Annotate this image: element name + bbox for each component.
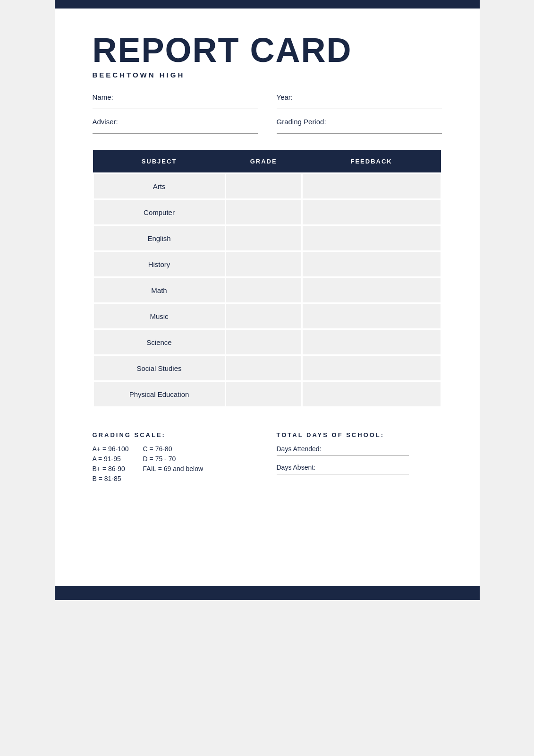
days-absent: Days Absent: (277, 464, 409, 474)
cell-grade (225, 173, 302, 199)
table-row: Music (93, 303, 441, 329)
table-row: Social Studies (93, 355, 441, 381)
cell-feedback (302, 329, 441, 355)
adviser-label: Adviser: (93, 118, 258, 126)
total-days-section: TOTAL DAYS OF SCHOOL: Days Attended: Day… (277, 431, 442, 482)
table-row: Math (93, 277, 441, 303)
grading-scale-title: GRADING SCALE: (93, 431, 258, 438)
cell-feedback (302, 355, 441, 381)
days-attended: Days Attended: (277, 445, 409, 456)
cell-feedback (302, 173, 441, 199)
cell-feedback (302, 381, 441, 407)
table-row: Physical Education (93, 381, 441, 407)
table-row: Computer (93, 199, 441, 225)
year-line (277, 109, 442, 109)
total-days-title: TOTAL DAYS OF SCHOOL: (277, 431, 442, 438)
name-field: Name: (93, 93, 258, 109)
scale-left-col: A+ = 96-100A = 91-95B+ = 86-90B = 81-85 (93, 445, 129, 482)
cell-subject: History (93, 251, 225, 277)
cell-subject: Music (93, 303, 225, 329)
footer-section: GRADING SCALE: A+ = 96-100A = 91-95B+ = … (93, 431, 442, 482)
col-header-feedback: FEEDBACK (302, 150, 441, 173)
name-label: Name: (93, 93, 258, 101)
cell-grade (225, 303, 302, 329)
cell-grade (225, 199, 302, 225)
top-bar (55, 0, 480, 9)
scale-item: D = 75 - 70 (143, 455, 203, 463)
cell-grade (225, 381, 302, 407)
cell-subject: Physical Education (93, 381, 225, 407)
cell-feedback (302, 303, 441, 329)
table-row: Arts (93, 173, 441, 199)
cell-grade (225, 251, 302, 277)
cell-grade (225, 225, 302, 251)
form-row-name-year: Name: Year: (93, 93, 442, 109)
cell-subject: English (93, 225, 225, 251)
grading-scale-section: GRADING SCALE: A+ = 96-100A = 91-95B+ = … (93, 431, 258, 482)
scale-item: A = 91-95 (93, 455, 129, 463)
report-card-page: REPORT CARD BEECHTOWN HIGH Name: Year: A… (55, 0, 480, 600)
cell-grade (225, 355, 302, 381)
table-row: History (93, 251, 441, 277)
scale-item: FAIL = 69 and below (143, 465, 203, 472)
cell-subject: Science (93, 329, 225, 355)
form-row-adviser-grading: Adviser: Grading Period: (93, 118, 442, 134)
cell-feedback (302, 225, 441, 251)
grading-period-field: Grading Period: (277, 118, 442, 134)
cell-feedback (302, 277, 441, 303)
form-section: Name: Year: Adviser: Grading Period: (93, 93, 442, 134)
name-line (93, 109, 258, 109)
cell-feedback (302, 199, 441, 225)
year-field: Year: (277, 93, 442, 109)
cell-grade (225, 329, 302, 355)
adviser-field: Adviser: (93, 118, 258, 134)
scale-right-col: C = 76-80D = 75 - 70FAIL = 69 and below (143, 445, 203, 482)
report-title: REPORT CARD (93, 33, 442, 67)
grading-scale-grid: A+ = 96-100A = 91-95B+ = 86-90B = 81-85 … (93, 445, 258, 482)
scale-item: C = 76-80 (143, 445, 203, 453)
grading-period-label: Grading Period: (277, 118, 442, 126)
cell-subject: Social Studies (93, 355, 225, 381)
cell-grade (225, 277, 302, 303)
table-row: Science (93, 329, 441, 355)
table-row: English (93, 225, 441, 251)
cell-subject: Arts (93, 173, 225, 199)
grades-table: SUBJECT GRADE FEEDBACK ArtsComputerEngli… (93, 150, 442, 408)
cell-subject: Math (93, 277, 225, 303)
days-fields: Days Attended: Days Absent: (277, 445, 442, 474)
cell-feedback (302, 251, 441, 277)
bottom-bar (55, 586, 480, 600)
adviser-line (93, 133, 258, 134)
table-header-row: SUBJECT GRADE FEEDBACK (93, 150, 441, 173)
scale-item: B = 81-85 (93, 475, 129, 482)
col-header-subject: SUBJECT (93, 150, 225, 173)
scale-item: B+ = 86-90 (93, 465, 129, 472)
col-header-grade: GRADE (225, 150, 302, 173)
scale-item: A+ = 96-100 (93, 445, 129, 453)
grading-period-line (277, 133, 442, 134)
cell-subject: Computer (93, 199, 225, 225)
year-label: Year: (277, 93, 442, 101)
school-name: BEECHTOWN HIGH (93, 71, 442, 79)
